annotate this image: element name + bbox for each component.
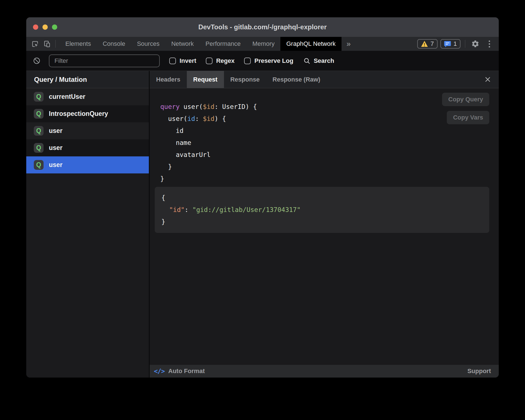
request-variables-box: { "id": "gid://gitlab/User/13704317"} — [155, 187, 489, 233]
tab-elements[interactable]: Elements — [59, 37, 97, 51]
query-list-panel: Query / Mutation Q currentUser Q Introsp… — [26, 71, 150, 378]
warning-icon — [421, 40, 428, 47]
list-item-user-1[interactable]: Q user — [26, 122, 149, 139]
search-label: Search — [314, 57, 334, 65]
search-control[interactable]: Search — [303, 57, 334, 65]
copy-query-button[interactable]: Copy Query — [442, 93, 489, 106]
list-item-label: IntrospectionQuery — [49, 110, 108, 118]
preserve-log-checkbox-group: Preserve Log — [244, 57, 293, 65]
clear-icon[interactable] — [33, 57, 40, 65]
tab-console[interactable]: Console — [97, 37, 131, 51]
search-icon — [303, 57, 311, 65]
list-item-label: user — [49, 161, 63, 169]
list-item-user-3-selected[interactable]: Q user — [26, 156, 149, 173]
filter-bar: Invert Regex Preserve Log Search — [26, 51, 499, 71]
list-item-introspectionquery[interactable]: Q IntrospectionQuery — [26, 105, 149, 122]
list-item-label: currentUser — [49, 93, 85, 101]
list-item-label: user — [49, 144, 63, 152]
title-bar: DevTools - gitlab.com/-/graphql-explorer — [26, 17, 499, 37]
warning-count: 7 — [431, 40, 434, 47]
tab-request[interactable]: Request — [187, 71, 224, 88]
message-icon — [444, 41, 451, 47]
query-type-badge: Q — [34, 160, 44, 170]
tab-headers[interactable]: Headers — [150, 71, 187, 88]
list-item-user-2[interactable]: Q user — [26, 139, 149, 156]
toolbar-divider — [55, 40, 56, 48]
kebab-menu-icon[interactable] — [484, 38, 495, 49]
panel-footer: </> Auto Format Support — [150, 364, 499, 378]
window-title: DevTools - gitlab.com/-/graphql-explorer — [198, 23, 327, 31]
list-item-label: user — [49, 127, 63, 135]
support-link[interactable]: Support — [467, 367, 491, 375]
query-type-badge: Q — [34, 92, 44, 102]
request-content: query user($id: UserID) { user(id: $id) … — [150, 88, 499, 364]
more-tabs-icon[interactable]: » — [342, 37, 356, 51]
devtools-tab-bar: Elements Console Sources Network Perform… — [26, 37, 499, 51]
messages-badge[interactable]: 1 — [440, 39, 460, 49]
preserve-log-label: Preserve Log — [254, 57, 293, 65]
auto-format-button[interactable]: </> Auto Format — [154, 367, 205, 375]
invert-checkbox-group: Invert — [169, 57, 196, 65]
query-type-badge: Q — [34, 109, 44, 119]
close-icon[interactable] — [483, 75, 493, 85]
toolbar-divider — [465, 40, 465, 48]
zoom-window-button[interactable] — [52, 25, 57, 30]
close-window-button[interactable] — [33, 25, 38, 30]
auto-format-label: Auto Format — [168, 367, 205, 375]
query-type-badge: Q — [34, 126, 44, 136]
gear-icon[interactable] — [470, 38, 481, 49]
devtools-window: DevTools - gitlab.com/-/graphql-explorer… — [26, 17, 499, 378]
regex-checkbox-group: Regex — [206, 57, 235, 65]
copy-vars-button[interactable]: Copy Vars — [447, 111, 489, 124]
tab-memory[interactable]: Memory — [247, 37, 280, 51]
code-format-icon: </> — [154, 367, 165, 375]
invert-label: Invert — [180, 57, 196, 65]
regex-label: Regex — [216, 57, 235, 65]
query-list-header: Query / Mutation — [26, 71, 149, 88]
filter-input[interactable] — [49, 54, 160, 67]
warnings-badge[interactable]: 7 — [417, 39, 438, 49]
detail-tab-bar: Headers Request Response Response (Raw) — [150, 71, 499, 88]
tab-response-raw[interactable]: Response (Raw) — [266, 71, 327, 88]
preserve-log-checkbox[interactable] — [244, 58, 251, 64]
list-item-currentuser[interactable]: Q currentUser — [26, 88, 149, 105]
request-detail-panel: Headers Request Response Response (Raw) … — [150, 71, 499, 378]
invert-checkbox[interactable] — [169, 58, 176, 64]
tab-performance[interactable]: Performance — [200, 37, 247, 51]
inspect-element-icon[interactable] — [31, 40, 39, 48]
regex-checkbox[interactable] — [206, 58, 213, 64]
message-count: 1 — [454, 40, 457, 47]
tab-sources[interactable]: Sources — [131, 37, 165, 51]
traffic-lights — [33, 25, 57, 30]
minimize-window-button[interactable] — [42, 25, 48, 30]
tab-network[interactable]: Network — [165, 37, 200, 51]
query-type-badge: Q — [34, 143, 44, 153]
tab-response[interactable]: Response — [224, 71, 266, 88]
tab-graphql-network[interactable]: GraphQL Network — [280, 37, 341, 51]
device-toolbar-icon[interactable] — [43, 40, 51, 48]
